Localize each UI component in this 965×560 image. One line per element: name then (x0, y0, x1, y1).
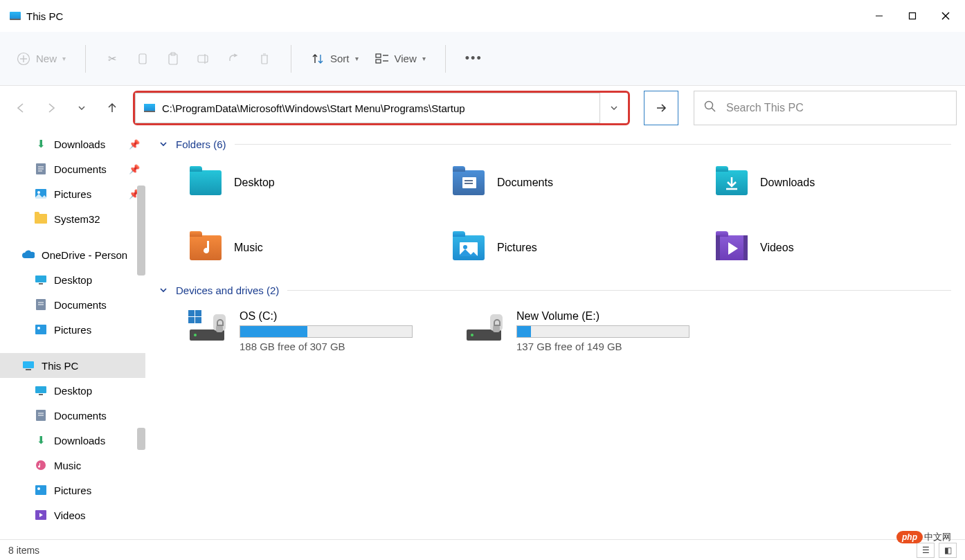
document-icon (35, 409, 47, 422)
sidebar-item-pictures[interactable]: Pictures📌 (0, 181, 145, 206)
folder-tile[interactable]: Music (187, 229, 422, 267)
folder-tile[interactable]: Videos (713, 229, 948, 267)
separator (85, 45, 86, 73)
address-history-dropdown[interactable] (600, 94, 628, 122)
copy-button[interactable] (127, 46, 158, 71)
svg-rect-12 (376, 54, 381, 57)
view-button[interactable]: View ▾ (367, 46, 434, 71)
watermark-text: 中文网 (924, 531, 951, 543)
folder-tile[interactable]: Downloads (713, 164, 948, 201)
close-button[interactable] (929, 4, 962, 28)
chevron-down-icon (159, 284, 168, 296)
sidebar-item-this-pc[interactable]: This PC (0, 353, 145, 378)
drive-usage-bar (516, 325, 689, 338)
titlebar: This PC (0, 0, 965, 32)
svg-point-30 (37, 327, 40, 329)
drives-grid: OS (C:) 188 GB free of 307 GB New Volume… (159, 302, 951, 352)
svg-rect-32 (26, 369, 31, 370)
folder-tile[interactable]: Desktop (187, 164, 422, 201)
folder-label: Music (234, 242, 263, 254)
trash-icon (258, 52, 271, 66)
new-label: New (36, 53, 57, 64)
scrollbar-thumb[interactable] (137, 428, 145, 450)
sidebar-item-label: OneDrive - Person (42, 249, 127, 261)
details-view-button[interactable]: ☰ (917, 543, 935, 558)
up-button[interactable] (100, 96, 125, 120)
copy-icon (136, 52, 150, 66)
sidebar-item-pc-documents[interactable]: Documents (0, 403, 145, 428)
drives-group-header[interactable]: Devices and drives (2) (159, 280, 951, 302)
folder-icon (35, 213, 47, 225)
sidebar-item-od-desktop[interactable]: Desktop (0, 267, 145, 292)
sidebar-item-label: System32 (54, 213, 100, 225)
back-button[interactable] (8, 96, 33, 120)
search-input[interactable] (726, 102, 946, 114)
folder-icon (450, 229, 487, 267)
sidebar-item-pc-desktop[interactable]: Desktop (0, 378, 145, 403)
sidebar-item-system32[interactable]: System32 (0, 206, 145, 231)
svg-point-58 (471, 334, 474, 336)
content-pane: Folders (6) Desktop Documents Downloads (145, 130, 965, 539)
cut-button[interactable]: ✂ (97, 46, 127, 71)
pin-icon: 📌 (129, 139, 140, 150)
sidebar-item-onedrive[interactable]: OneDrive - Person (0, 242, 145, 267)
sidebar-item-od-pictures[interactable]: Pictures (0, 317, 145, 342)
navigation-pane[interactable]: ⬇Downloads📌 Documents📌 Pictures📌 System3… (0, 130, 145, 539)
svg-rect-7 (139, 54, 146, 64)
folder-label: Documents (497, 177, 553, 189)
folder-label: Downloads (760, 177, 815, 189)
drive-tile[interactable]: OS (C:) 188 GB free of 307 GB (187, 310, 436, 352)
scrollbar-thumb[interactable] (137, 186, 145, 276)
recent-locations-button[interactable] (69, 96, 94, 120)
drive-free-text: 137 GB free of 149 GB (516, 341, 713, 352)
sort-label: Sort (330, 53, 350, 64)
maximize-button[interactable] (896, 4, 929, 28)
sidebar-item-pc-music[interactable]: Music (0, 453, 145, 478)
sidebar-item-pc-downloads[interactable]: ⬇Downloads (0, 428, 145, 453)
drive-name: New Volume (E:) (516, 310, 713, 323)
pc-icon (144, 104, 155, 112)
address-input[interactable] (162, 102, 591, 114)
folders-group-header[interactable]: Folders (6) (159, 134, 951, 156)
sidebar-item-label: Pictures (54, 188, 91, 200)
folder-icon (187, 229, 224, 267)
download-icon: ⬇ (35, 434, 47, 446)
minimize-button[interactable] (863, 4, 896, 28)
more-button[interactable]: ••• (457, 46, 491, 71)
svg-rect-24 (35, 276, 46, 282)
svg-rect-10 (198, 55, 208, 62)
folder-tile[interactable]: Pictures (450, 229, 685, 267)
svg-rect-39 (35, 485, 46, 495)
new-button[interactable]: New ▾ (8, 46, 74, 71)
separator (445, 45, 446, 73)
folder-tile[interactable]: Documents (450, 164, 685, 201)
drive-tile[interactable]: New Volume (E:) 137 GB free of 149 GB (464, 310, 713, 352)
search-box[interactable] (694, 91, 957, 125)
svg-line-17 (712, 108, 715, 111)
separator (291, 45, 291, 73)
folder-icon (450, 164, 487, 201)
download-icon: ⬇ (35, 138, 47, 150)
sidebar-item-pc-pictures[interactable]: Pictures (0, 478, 145, 503)
forward-button[interactable] (39, 96, 64, 120)
onedrive-icon (22, 249, 35, 261)
sidebar-item-pc-videos[interactable]: Videos (0, 503, 145, 527)
tiles-view-button[interactable]: ◧ (939, 543, 957, 558)
view-icon (375, 52, 389, 66)
sidebar-item-downloads[interactable]: ⬇Downloads📌 (0, 132, 145, 156)
svg-rect-34 (39, 394, 43, 395)
share-button[interactable] (219, 46, 249, 71)
delete-button[interactable] (249, 46, 280, 71)
address-bar[interactable] (135, 93, 600, 123)
paste-button[interactable] (158, 46, 188, 71)
go-button[interactable] (644, 91, 678, 125)
sidebar-item-od-documents[interactable]: Documents (0, 292, 145, 317)
sidebar-item-documents[interactable]: Documents📌 (0, 156, 145, 181)
sort-button[interactable]: Sort ▾ (303, 46, 367, 71)
rename-button[interactable] (188, 46, 219, 71)
item-count: 8 items (8, 545, 39, 556)
window-title: This PC (26, 10, 63, 22)
group-label: Folders (6) (176, 138, 226, 150)
share-icon (227, 52, 241, 66)
scissors-icon: ✂ (105, 52, 119, 66)
